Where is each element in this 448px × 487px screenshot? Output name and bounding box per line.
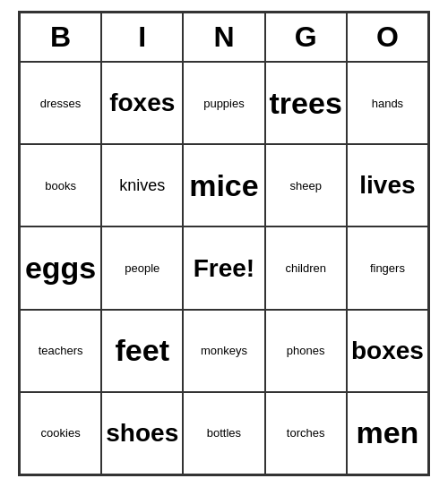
header-cell: N xyxy=(183,13,264,62)
bingo-cell: books xyxy=(20,144,101,226)
bingo-cell: boxes xyxy=(347,310,428,392)
bingo-cell: shoes xyxy=(101,392,183,474)
bingo-cell: lives xyxy=(347,144,428,226)
bingo-cell: monkeys xyxy=(183,310,264,392)
bingo-cell: sheep xyxy=(265,144,347,226)
bingo-cell: phones xyxy=(265,310,347,392)
bingo-cell: people xyxy=(101,226,183,309)
bingo-cell: foxes xyxy=(101,62,183,144)
bingo-cell: hands xyxy=(347,62,428,144)
header-cell: G xyxy=(265,13,347,62)
header-cell: I xyxy=(101,13,183,62)
bingo-cell: children xyxy=(265,226,347,309)
bingo-cell: puppies xyxy=(183,62,264,144)
bingo-cell: torches xyxy=(265,392,347,474)
header-cell: O xyxy=(347,13,428,62)
bingo-cell: men xyxy=(347,392,428,474)
bingo-cell: mice xyxy=(183,144,264,226)
bingo-card: BINGOdressesfoxespuppiestreeshandsbooksk… xyxy=(18,11,430,476)
bingo-cell: teachers xyxy=(20,310,101,392)
bingo-cell: feet xyxy=(101,310,183,392)
bingo-cell: Free! xyxy=(183,226,264,309)
bingo-cell: cookies xyxy=(20,392,101,474)
bingo-cell: bottles xyxy=(183,392,264,474)
bingo-cell: fingers xyxy=(347,226,428,309)
bingo-cell: knives xyxy=(101,144,183,226)
header-cell: B xyxy=(20,13,101,62)
bingo-cell: dresses xyxy=(20,62,101,144)
bingo-cell: eggs xyxy=(20,226,101,309)
bingo-cell: trees xyxy=(265,62,347,144)
